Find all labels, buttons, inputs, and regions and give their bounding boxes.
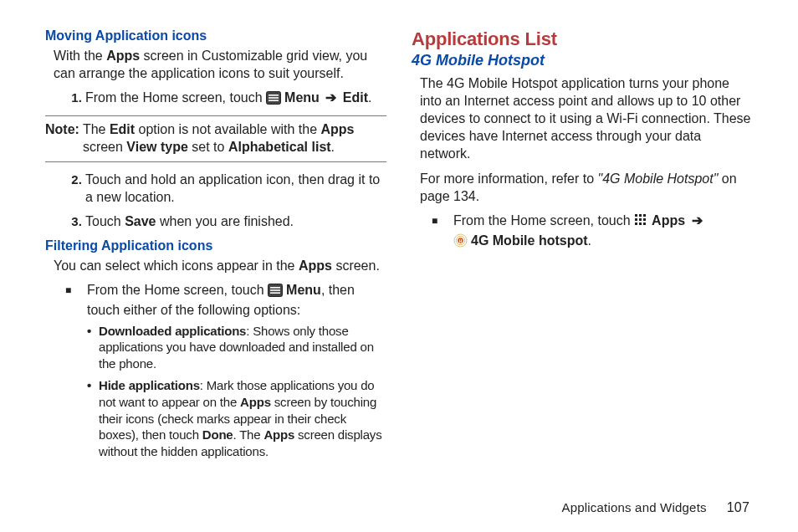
text: . — [368, 90, 371, 105]
bold-apps: Apps — [263, 427, 294, 442]
subbullet-hide-applications: • Hide applications: Mark those applicat… — [87, 377, 386, 460]
bold-hide-applications: Hide applications — [99, 378, 200, 392]
square-bullet-icon: ■ — [432, 212, 453, 252]
text: From the Home screen, touch — [87, 283, 268, 297]
text: set to — [188, 140, 228, 154]
bold-apps: Apps — [299, 258, 332, 273]
paragraph-filtering-description: You can select which icons appear in the… — [45, 257, 386, 274]
italic-ref: "4G Mobile Hotspot" — [598, 171, 719, 186]
menu-icon — [268, 284, 283, 301]
menu-icon — [266, 91, 281, 109]
text: screen — [83, 140, 126, 154]
svg-rect-3 — [269, 100, 279, 102]
bullet-from-home-menu: ■ From the Home screen, touch Menu, then… — [65, 281, 386, 319]
bold-menu: Menu — [284, 90, 320, 105]
dot-bullet-icon: • — [87, 323, 99, 372]
note-block: Note: The Edit option is not available w… — [45, 115, 386, 162]
svg-rect-6 — [270, 290, 280, 292]
step-1: From the Home screen, touch Menu ➔ Edit. — [85, 89, 386, 109]
bold-4g-mobile-hotspot: 4G Mobile hotspot — [471, 233, 588, 248]
text: For more information, refer to — [420, 171, 598, 186]
text: screen. — [332, 258, 380, 273]
svg-rect-14 — [635, 223, 637, 225]
subbullet-downloaded-applications: • Downloaded applications: Shows only th… — [87, 323, 386, 372]
footer-section-title: Applications and Widgets — [561, 500, 706, 514]
dot-bullet-icon: • — [87, 377, 99, 460]
text: With the — [54, 49, 106, 63]
bold-done: Done — [202, 427, 233, 442]
bold-edit: Edit — [110, 122, 135, 136]
text: option is not available with the — [135, 122, 320, 136]
bold-apps: Apps — [320, 122, 354, 136]
bold-apps: Apps — [652, 213, 685, 228]
svg-rect-8 — [635, 214, 637, 217]
text: when you are finished. — [156, 214, 294, 228]
svg-rect-15 — [639, 223, 642, 225]
svg-rect-11 — [635, 218, 637, 221]
hotspot-icon: H — [453, 233, 468, 252]
svg-rect-16 — [643, 223, 646, 225]
heading-moving-application-icons: Moving Application icons — [45, 28, 386, 43]
text: . — [331, 140, 335, 154]
bullet-from-home-apps: ■ From the Home screen, touch — [432, 212, 753, 252]
bold-edit: Edit — [343, 90, 368, 105]
note-label: Note: — [45, 121, 79, 156]
heading-filtering-application-icons: Filtering Application icons — [45, 238, 386, 253]
page-footer: Applications and Widgets 107 — [45, 500, 753, 515]
bold-save: Save — [125, 214, 156, 228]
note-text: The Edit option is not available with th… — [83, 121, 386, 156]
svg-rect-2 — [269, 97, 279, 99]
text: From the Home screen, touch — [453, 213, 634, 228]
svg-rect-10 — [643, 214, 646, 217]
paragraph-more-info: For more information, refer to "4G Mobil… — [412, 170, 753, 205]
text: The — [83, 122, 110, 136]
bold-downloaded-applications: Downloaded applications — [99, 324, 246, 338]
step-3: Touch Save when you are finished. — [85, 212, 386, 230]
bold-apps: Apps — [240, 395, 271, 409]
text: . — [588, 233, 591, 248]
svg-rect-9 — [639, 214, 642, 217]
svg-rect-13 — [643, 218, 646, 221]
text: From the Home screen, touch — [85, 90, 266, 105]
bold-apps: Apps — [106, 49, 140, 63]
svg-rect-5 — [270, 287, 280, 289]
apps-grid-icon — [634, 213, 648, 232]
svg-rect-7 — [270, 293, 280, 294]
arrow-icon: ➔ — [323, 90, 339, 105]
text: . The — [233, 427, 263, 442]
text: You can select which icons appear in the — [54, 258, 299, 273]
heading-applications-list: Applications List — [412, 28, 753, 50]
footer-page-number: 107 — [727, 500, 749, 515]
paragraph-moving-description: With the Apps screen in Customizable gri… — [45, 47, 386, 82]
heading-4g-mobile-hotspot: 4G Mobile Hotspot — [412, 52, 753, 69]
step-2: Touch and hold an application icon, then… — [85, 171, 386, 206]
paragraph-4g-description: The 4G Mobile Hotspot application turns … — [412, 74, 753, 163]
svg-rect-1 — [269, 95, 279, 96]
bold-view-type: View type — [126, 140, 188, 154]
svg-rect-12 — [639, 218, 642, 221]
arrow-icon: ➔ — [689, 213, 705, 228]
text: Touch — [85, 214, 125, 228]
bold-menu: Menu — [286, 283, 321, 297]
bold-alphabetical-list: Alphabetical list — [228, 140, 331, 154]
square-bullet-icon: ■ — [65, 281, 87, 319]
svg-text:H: H — [459, 238, 463, 243]
